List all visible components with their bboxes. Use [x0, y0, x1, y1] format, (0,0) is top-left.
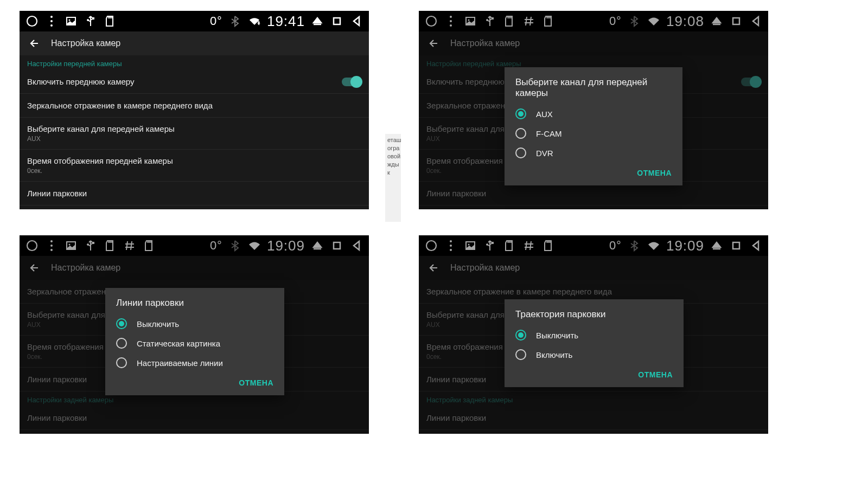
value: AUX: [27, 135, 361, 143]
row-mirror[interactable]: Зеркальное отражение в камере переднего …: [20, 94, 369, 118]
back-icon[interactable]: [27, 36, 41, 50]
temperature: 0°: [210, 14, 222, 28]
option-off[interactable]: Выключить: [105, 314, 284, 333]
status-bar: 0° 19:41: [20, 11, 369, 31]
circle-icon: [25, 14, 39, 28]
option-label: Выключить: [536, 331, 578, 340]
dialog-title: Траектория парковки: [505, 309, 684, 325]
option-label: AUX: [536, 110, 553, 119]
option-custom[interactable]: Настраиваемые линии: [105, 353, 284, 373]
option-off[interactable]: Выключить: [505, 325, 684, 345]
option-label: Настраиваемые линии: [137, 358, 223, 368]
clock: 19:41: [267, 13, 305, 30]
radio-off-icon: [515, 128, 526, 139]
cancel-button[interactable]: ОТМЕНА: [638, 370, 673, 379]
eject-icon[interactable]: [310, 14, 324, 28]
radio-on-icon: [515, 108, 526, 119]
radio-on-icon: [515, 330, 526, 341]
cancel-button[interactable]: ОТМЕНА: [239, 378, 273, 387]
option-label: Включить: [536, 350, 572, 359]
option-label: F-CAM: [536, 129, 562, 138]
radio-on-icon: [116, 318, 127, 329]
radio-off-icon: [116, 338, 127, 349]
usb-icon: [84, 14, 98, 28]
dialog-channel: Выберите канал для передней камеры AUX F…: [505, 67, 682, 185]
dialog-parking-lines: Линии парковки Выключить Статическая кар…: [105, 288, 284, 395]
dialog-trajectory: Траектория парковки Выключить Включить О…: [505, 299, 684, 387]
row-channel[interactable]: Выберите канал для передней камеры AUX: [20, 118, 369, 150]
image-icon: [64, 14, 78, 28]
menu-dots-icon: [44, 14, 59, 28]
option-fcam[interactable]: F-CAM: [505, 124, 682, 143]
page-fragment: еташ огра овой жды к: [385, 134, 401, 222]
label: Зеркальное отражение в камере переднего …: [27, 101, 361, 110]
wifi-down-icon: [247, 14, 261, 28]
row-enable-front[interactable]: Включить переднюю камеру: [20, 70, 369, 94]
bluetooth-icon: [228, 14, 242, 28]
radio-off-icon: [116, 357, 127, 368]
label: Выберите канал для передней камеры: [27, 124, 361, 133]
section-rear-camera: Настройки задней камеры: [20, 206, 369, 209]
option-label: DVR: [536, 149, 553, 158]
option-dvr[interactable]: DVR: [505, 143, 682, 163]
label: Линии парковки: [27, 189, 361, 198]
option-label: Выключить: [137, 319, 179, 329]
back-triangle-icon[interactable]: [349, 14, 363, 28]
action-bar: Настройка камер: [20, 31, 369, 55]
row-parking-lines[interactable]: Линии парковки: [20, 182, 369, 206]
option-on[interactable]: Включить: [505, 345, 684, 364]
option-aux[interactable]: AUX: [505, 104, 682, 124]
cancel-button[interactable]: ОТМЕНА: [637, 169, 672, 177]
section-front-camera: Настройки передней камеры: [20, 55, 369, 70]
toggle-on[interactable]: [342, 78, 361, 86]
label: Включить переднюю камеру: [27, 77, 342, 86]
radio-off-icon: [515, 147, 526, 158]
page-title: Настройка камер: [51, 38, 120, 48]
square-icon[interactable]: [330, 14, 344, 28]
row-display-time[interactable]: Время отображения передней камеры 0сек.: [20, 150, 369, 182]
radio-off-icon: [515, 349, 526, 360]
sd-icon: [103, 14, 117, 28]
dialog-title: Выберите канал для передней камеры: [505, 77, 682, 104]
value: 0сек.: [27, 167, 361, 175]
option-label: Статическая картинка: [137, 339, 220, 348]
option-static[interactable]: Статическая картинка: [105, 333, 284, 353]
label: Время отображения передней камеры: [27, 156, 361, 165]
dialog-title: Линии парковки: [105, 298, 284, 314]
